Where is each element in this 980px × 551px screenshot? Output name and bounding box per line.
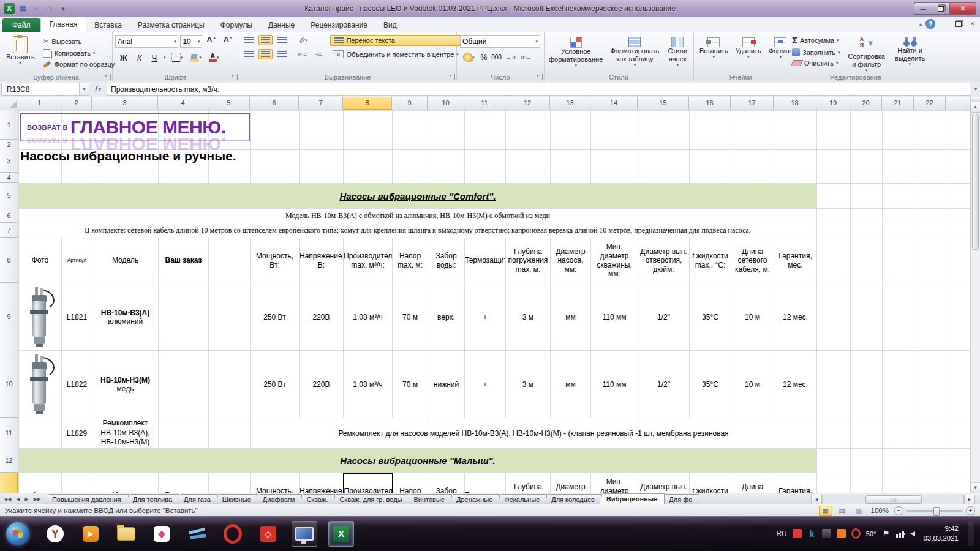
cell[interactable] [591, 111, 638, 140]
cell[interactable] [300, 173, 344, 184]
cell[interactable] [551, 111, 591, 140]
vertical-scrollbar[interactable]: ▲ ▼ [970, 97, 980, 493]
column-header-16[interactable]: 16 [689, 97, 731, 110]
column-header-2[interactable]: 2 [61, 97, 92, 110]
zoom-slider[interactable] [907, 510, 963, 512]
sheet-tab-10[interactable]: Фекальные [497, 494, 547, 504]
cell[interactable] [251, 150, 300, 173]
tab-view[interactable]: Вид [375, 19, 405, 32]
header-cell[interactable]: Артикул [62, 238, 92, 283]
cell[interactable] [506, 150, 551, 173]
doc-close-button[interactable]: ✕ [967, 20, 978, 28]
row-header-5[interactable]: 5 [0, 183, 18, 208]
row-header-1[interactable]: 1 [0, 110, 18, 140]
tray-green-k-icon[interactable]: k [807, 529, 816, 538]
cell[interactable] [731, 111, 774, 140]
insert-cells-button[interactable]: Вставить▾ [696, 35, 732, 59]
cell[interactable] [883, 418, 914, 449]
cell[interactable] [393, 150, 428, 173]
cell[interactable] [946, 184, 971, 209]
tray-opera-icon[interactable] [851, 528, 861, 539]
cell[interactable] [428, 140, 465, 150]
cell[interactable] [946, 238, 971, 283]
photo-viewer-taskbar-button[interactable]: ◆ [149, 522, 174, 546]
row-header-2[interactable]: 2 [0, 140, 18, 149]
cell[interactable] [774, 173, 817, 184]
italic-button[interactable]: К [134, 53, 145, 62]
cell[interactable] [946, 173, 971, 184]
column-header-17[interactable]: 17 [731, 97, 774, 110]
alignment-dialog-launcher[interactable] [449, 74, 455, 80]
cell[interactable] [946, 418, 971, 449]
cell[interactable] [817, 449, 851, 473]
zoom-level[interactable]: 100% [871, 507, 889, 514]
header-cell[interactable]: Ваш заказ [159, 473, 209, 493]
tray-dark-icon[interactable] [822, 529, 831, 538]
spec-cell[interactable]: + [465, 283, 506, 351]
cell[interactable] [591, 150, 638, 173]
font-color-button[interactable]: А▾ [207, 52, 221, 63]
page-layout-view-button[interactable]: ▤ [835, 506, 849, 516]
tab-file[interactable]: Файл [2, 18, 40, 32]
header-cell[interactable]: Напор max, м: [393, 238, 428, 283]
cell[interactable] [344, 150, 393, 173]
spec-cell[interactable]: нижний [428, 351, 465, 418]
row-header-12[interactable]: 12 [0, 448, 18, 473]
header-cell[interactable]: Фото [19, 473, 62, 493]
cell[interactable] [774, 150, 817, 173]
cell[interactable] [851, 283, 883, 351]
help-icon[interactable]: ? [925, 19, 935, 29]
cell[interactable] [851, 209, 883, 223]
column-header-5[interactable]: 5 [208, 97, 250, 110]
spec-cell[interactable]: 70 м [393, 283, 428, 351]
select-all-corner[interactable] [0, 97, 18, 110]
spec-cell[interactable]: 35°C [690, 283, 731, 351]
sheet-tab-12[interactable]: Вибрационные [599, 493, 665, 504]
cell[interactable] [914, 283, 946, 351]
section-header-malysh[interactable]: Насосы вибрационные "Малыш". [19, 449, 817, 473]
cell[interactable] [465, 140, 506, 150]
weather-icon[interactable]: 50° [866, 529, 876, 538]
tab-formulas[interactable]: Формулы [213, 19, 260, 32]
row-header-3[interactable]: 3 [0, 149, 18, 173]
cell[interactable] [914, 351, 946, 418]
zoom-in-button[interactable]: + [966, 506, 975, 515]
cell[interactable] [19, 418, 62, 449]
cell[interactable] [883, 223, 914, 238]
cell[interactable] [914, 238, 946, 283]
doc-restore-button[interactable] [953, 20, 963, 28]
header-cell[interactable]: Диаметр насоса, мм: [551, 238, 591, 283]
header-cell[interactable]: Мин. диаметр скважины, мм: [591, 473, 638, 493]
sheet-tab-2[interactable]: Для топлива [126, 494, 179, 504]
prev-sheet-icon[interactable]: ◀ [16, 497, 20, 502]
spec-cell[interactable]: 250 Вт [251, 283, 300, 351]
header-cell[interactable]: Фото [19, 238, 62, 283]
formula-bar-expand-icon[interactable]: ▼ [971, 87, 980, 91]
cell[interactable] [19, 173, 62, 184]
collapse-ribbon-icon[interactable]: ▴ [919, 21, 922, 27]
cell[interactable] [209, 418, 251, 449]
number-format-select[interactable]: Общий▾ [460, 35, 540, 48]
cell[interactable] [817, 351, 851, 418]
cell[interactable] [883, 140, 914, 150]
scrollbar-split-handle[interactable] [971, 97, 980, 102]
borders-button[interactable]: ▾ [170, 51, 185, 64]
start-button[interactable] [6, 522, 29, 545]
cell[interactable] [851, 238, 883, 283]
clear-button[interactable]: Очистить▾ [790, 59, 842, 67]
zoom-out-button[interactable]: − [894, 506, 903, 515]
sheet-tab-8[interactable]: Винтовые [406, 494, 451, 504]
fill-color-button[interactable]: ▾ [188, 53, 203, 63]
cell[interactable] [209, 283, 251, 351]
cell[interactable] [209, 173, 251, 184]
copy-button[interactable]: Копировать▾ [41, 48, 117, 58]
cell[interactable] [883, 283, 914, 351]
cell[interactable] [914, 173, 946, 184]
underline-button[interactable]: Ч [148, 53, 160, 62]
percent-style-button[interactable]: % [481, 53, 488, 62]
normal-view-button[interactable]: ▦ [819, 506, 832, 516]
order-cell[interactable] [159, 283, 209, 351]
header-cell[interactable]: Напряжение, В: [300, 473, 344, 493]
header-cell[interactable]: Производительность max, м³/ч: [344, 473, 393, 493]
cell[interactable] [883, 111, 914, 140]
